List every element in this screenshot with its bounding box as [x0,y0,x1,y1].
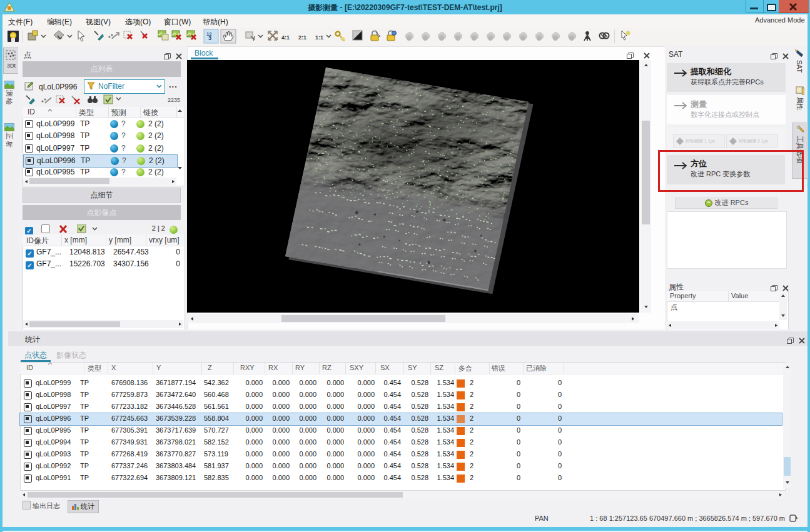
svg-text:2235: 2235 [168,97,180,103]
svg-text:1:1: 1:1 [315,34,323,41]
svg-text:3: 3 [208,35,211,41]
svg-text:4:1: 4:1 [281,34,290,41]
svg-text:2:1: 2:1 [298,34,306,41]
